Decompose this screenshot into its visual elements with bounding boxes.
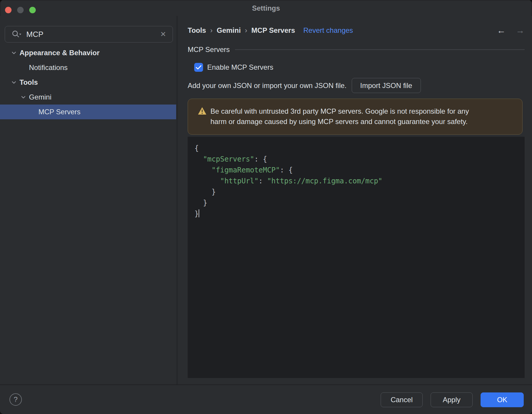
import-row: Add your own JSON or import your own JSO… [188,78,421,93]
revert-changes-link[interactable]: Revert changes [303,26,353,35]
sidebar-item-appearance-behavior[interactable]: Appearance & Behavior [0,45,176,60]
warning-triangle-icon [198,107,207,115]
question-mark-icon: ? [14,395,17,404]
sidebar-item-label: Gemini [29,93,51,101]
breadcrumb-separator-icon: › [210,26,213,35]
enable-mcp-label: Enable MCP Servers [207,63,273,71]
breadcrumb-row: Tools›Gemini›MCP Servers Revert changes … [188,24,525,37]
mcp-servers-panel: Tools›Gemini›MCP Servers Revert changes … [178,16,532,384]
breadcrumb-item[interactable]: MCP Servers [252,26,295,35]
search-field[interactable]: ✕ [5,26,173,43]
history-navigation: ← → [497,25,525,35]
sidebar-item-label: Notifications [29,63,68,72]
sidebar-item-label: Tools [20,78,38,87]
apply-button[interactable]: Apply [431,392,473,407]
warning-banner: Be careful with untrusted 3rd party MCP … [188,99,523,135]
breadcrumb-item[interactable]: Tools [188,26,206,35]
sidebar-item-tools[interactable]: Tools [0,75,176,90]
code-line: } [194,198,519,208]
sidebar-item-mcp-servers[interactable]: MCP Servers [0,105,176,119]
code-line: "figmaRemoteMCP": { [194,165,519,176]
enable-mcp-checkbox[interactable] [194,63,203,72]
sidebar-item-label: MCP Servers [38,108,80,116]
checkmark-icon [196,65,202,70]
settings-window: Settings ✕ Appearance & BehaviorNotifica… [0,0,532,414]
forward-arrow-icon[interactable]: → [516,25,525,35]
section-divider [235,49,525,50]
search-input[interactable] [26,30,160,39]
chevron-down-icon[interactable] [20,94,27,100]
chevron-down-icon[interactable] [10,79,17,86]
breadcrumb: Tools›Gemini›MCP Servers [188,26,295,35]
sidebar-item-label: Appearance & Behavior [20,49,100,57]
footer-buttons: Cancel Apply OK [381,392,524,407]
breadcrumb-item[interactable]: Gemini [217,26,241,35]
dialog-footer: ? Cancel Apply OK [0,384,532,414]
section-header: MCP Servers [188,44,525,55]
section-title: MCP Servers [188,45,230,54]
code-line: "httpUrl": "https://mcp.figma.com/mcp" [194,176,519,187]
breadcrumb-separator-icon: › [245,26,247,35]
back-arrow-icon[interactable]: ← [497,25,506,35]
clear-search-icon[interactable]: ✕ [160,30,166,38]
sidebar-item-notifications[interactable]: Notifications [0,60,176,75]
text-cursor [199,209,199,217]
enable-mcp-checkbox-row[interactable]: Enable MCP Servers [194,63,273,72]
import-json-button[interactable]: Import JSON file [352,78,421,93]
cancel-button[interactable]: Cancel [381,392,423,407]
code-line: "mcpServers": { [194,154,519,165]
warning-text: Be careful with untrusted 3rd party MCP … [210,106,469,127]
sidebar-item-gemini[interactable]: Gemini [0,90,176,105]
help-button[interactable]: ? [9,393,22,406]
chevron-down-icon[interactable] [10,50,17,56]
title-bar: Settings [0,0,532,16]
code-line: } [194,187,519,198]
ok-button[interactable]: OK [481,392,524,407]
code-line: } [194,208,519,219]
settings-tree: Appearance & BehaviorNotificationsToolsG… [0,45,176,119]
settings-sidebar: ✕ Appearance & BehaviorNotificationsTool… [0,16,177,384]
window-title: Settings [0,0,532,16]
search-icon [12,30,22,39]
import-description: Add your own JSON or import your own JSO… [188,82,347,90]
code-line: { [194,143,519,154]
json-config-editor[interactable]: { "mcpServers": { "figmaRemoteMCP": { "h… [188,137,525,378]
